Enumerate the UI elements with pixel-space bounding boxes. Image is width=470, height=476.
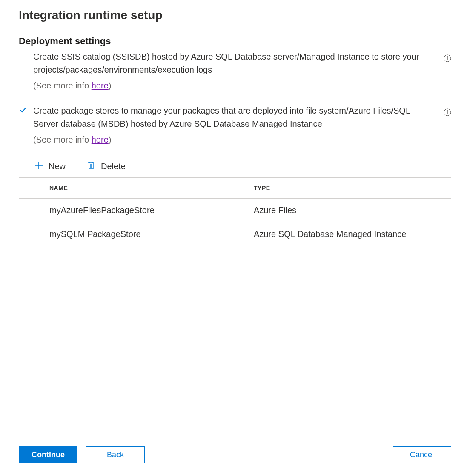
delete-button-label: Delete <box>101 162 126 171</box>
checkbox-ssis-catalog[interactable] <box>19 52 27 60</box>
new-button-label: New <box>49 162 66 171</box>
link-ssis-catalog-here[interactable]: here <box>92 81 109 90</box>
svg-rect-5 <box>447 111 447 114</box>
option-package-stores-label: Create package stores to manage your pac… <box>33 106 410 128</box>
plus-icon <box>34 161 43 172</box>
svg-point-4 <box>447 110 448 111</box>
option-package-stores: Create package stores to manage your pac… <box>19 104 451 146</box>
table-header: NAME TYPE <box>19 178 451 199</box>
checkbox-package-stores[interactable] <box>19 106 27 114</box>
cancel-button[interactable]: Cancel <box>393 446 451 463</box>
cell-name: myAzureFilesPackageStore <box>49 205 254 215</box>
column-header-name[interactable]: NAME <box>49 185 254 191</box>
column-header-type[interactable]: TYPE <box>254 185 451 191</box>
info-icon[interactable] <box>444 108 451 116</box>
select-all-checkbox[interactable] <box>24 184 32 192</box>
cell-type: Azure Files <box>254 205 451 215</box>
delete-button[interactable]: Delete <box>86 161 126 172</box>
table-row[interactable]: mySQLMIPackageStore Azure SQL Database M… <box>19 222 451 246</box>
back-button[interactable]: Back <box>86 446 145 463</box>
cell-type: Azure SQL Database Managed Instance <box>254 229 451 239</box>
trash-icon <box>86 161 96 172</box>
cell-name: mySQLMIPackageStore <box>49 229 254 239</box>
info-icon[interactable] <box>444 54 451 62</box>
option-ssis-catalog-label: Create SSIS catalog (SSISDB) hosted by A… <box>33 52 419 74</box>
option-ssis-catalog: Create SSIS catalog (SSISDB) hosted by A… <box>19 50 451 92</box>
svg-rect-2 <box>447 57 447 60</box>
option-package-stores-seemore: (See more info here) <box>33 133 426 146</box>
package-store-table: NAME TYPE myAzureFilesPackageStore Azure… <box>19 177 451 246</box>
svg-point-1 <box>447 56 448 57</box>
footer: Continue Back Cancel <box>19 446 451 476</box>
continue-button[interactable]: Continue <box>19 446 77 463</box>
package-store-toolbar: New Delete <box>34 161 451 172</box>
link-package-stores-here[interactable]: here <box>92 135 109 144</box>
table-row[interactable]: myAzureFilesPackageStore Azure Files <box>19 199 451 222</box>
toolbar-divider <box>76 161 76 172</box>
option-ssis-catalog-seemore: (See more info here) <box>33 79 426 92</box>
new-button[interactable]: New <box>34 161 66 172</box>
section-title: Deployment settings <box>19 36 451 47</box>
page-title: Integration runtime setup <box>19 9 451 22</box>
